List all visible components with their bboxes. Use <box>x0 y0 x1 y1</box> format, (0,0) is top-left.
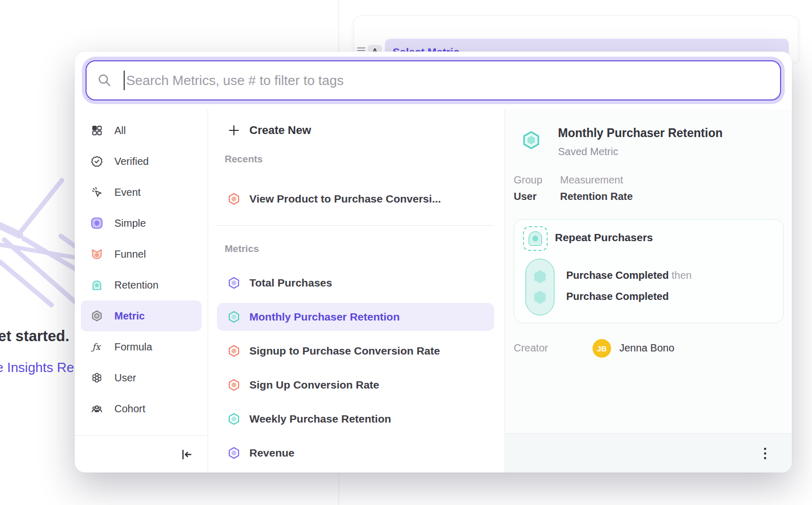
plus-icon <box>227 124 241 137</box>
sidebar-item-all[interactable]: All <box>75 115 208 146</box>
collapse-sidebar-button[interactable] <box>179 447 193 462</box>
kebab-menu-icon <box>759 445 771 462</box>
more-options-button[interactable] <box>759 445 771 462</box>
recents-section-header: Recents <box>225 154 263 166</box>
sidebar-item-simple[interactable]: Simple <box>75 208 208 239</box>
sidebar-item-retention[interactable]: Retention <box>75 270 208 300</box>
funnel-type-icon <box>91 248 103 260</box>
group-label: Group <box>514 174 543 186</box>
search-focus-ring <box>82 57 785 104</box>
app-background: et started. e Insights Re A Select Metri… <box>0 0 812 505</box>
retention-metric-hexagon-icon <box>227 412 241 426</box>
section-divider <box>216 225 494 226</box>
funnel-step: Purchase Completed then <box>566 270 691 283</box>
sidebar-item-formula[interactable]: ƒx Formula <box>75 331 208 362</box>
funnel-metric-hexagon-icon <box>227 344 241 358</box>
metric-selector-dialog: All Verified <box>75 52 792 473</box>
search-bar[interactable] <box>86 60 781 100</box>
sidebar-item-verified[interactable]: Verified <box>75 146 208 177</box>
measurement-label: Measurement <box>560 174 623 186</box>
formula-icon: ƒx <box>91 341 103 353</box>
svg-text:ƒx: ƒx <box>91 342 102 352</box>
sidebar-item-cohort[interactable]: Cohort <box>75 393 208 424</box>
retention-metric-hexagon-icon <box>227 310 241 324</box>
text-caret <box>124 71 125 90</box>
metric-list-item[interactable]: Revenue <box>208 439 494 467</box>
event-cursor-icon <box>91 186 103 198</box>
metric-list-item[interactable]: Signup to Purchase Conversion Rate <box>208 337 494 365</box>
metric-list-column: Create New Recents View Product to Purch… <box>208 109 504 473</box>
measurement-value: Retention Rate <box>560 191 633 203</box>
creator-avatar: JB <box>593 339 611 358</box>
detail-subtitle: Saved Metric <box>558 146 618 158</box>
step-hexagon-icon <box>533 291 547 304</box>
cohort-icon <box>91 402 103 415</box>
metric-definition-card: Repeat Purchasers Purchase Completed the… <box>514 219 784 323</box>
metric-list-item-selected[interactable]: Monthly Purchaser Retention <box>217 303 494 331</box>
background-headline-fragment: et started. <box>0 328 70 345</box>
grid-icon <box>91 124 103 137</box>
simple-metric-hexagon-icon <box>227 446 241 460</box>
metric-detail-hexagon-icon <box>521 130 542 150</box>
funnel-metric-hexagon-icon <box>227 192 241 206</box>
definition-name: Repeat Purchasers <box>555 231 653 244</box>
insights-report-link[interactable]: e Insights Re <box>0 360 74 376</box>
funnel-metric-hexagon-icon <box>227 378 241 392</box>
metrics-section-header: Metrics <box>225 243 259 256</box>
metric-detail-panel: Monthly Purchaser Retention Saved Metric… <box>504 109 792 473</box>
simple-metric-hexagon-icon <box>227 276 241 290</box>
search-icon <box>97 73 112 88</box>
funnel-step: Purchase Completed <box>566 291 669 304</box>
sidebar-footer <box>75 435 208 473</box>
sidebar-item-user[interactable]: User <box>75 362 208 393</box>
group-value: User <box>514 191 536 203</box>
sidebar-item-funnel[interactable]: Funnel <box>75 239 208 270</box>
creator-name: Jenna Bono <box>619 342 674 354</box>
funnel-steps-capsule <box>526 259 554 315</box>
detail-footer <box>505 433 792 473</box>
metric-list-item[interactable]: Sign Up Conversion Rate <box>208 371 494 399</box>
metric-list-item[interactable]: Weekly Purchase Retention <box>208 405 494 433</box>
sidebar-item-event[interactable]: Event <box>75 177 208 208</box>
recent-metric-item[interactable]: View Product to Purchase Conversi... <box>208 185 494 213</box>
retention-definition-icon <box>523 226 548 251</box>
creator-label: Creator <box>514 342 548 354</box>
metric-type-icon <box>91 310 103 322</box>
simple-type-icon <box>91 217 103 229</box>
sidebar-item-metric[interactable]: Metric <box>81 300 201 331</box>
collapse-sidebar-icon <box>179 447 193 462</box>
detail-title: Monthly Purchaser Retention <box>558 126 722 140</box>
create-new-button[interactable]: Create New <box>227 119 311 142</box>
user-type-icon <box>91 372 103 384</box>
step-hexagon-icon <box>533 270 547 283</box>
retention-type-icon <box>91 279 103 291</box>
search-input[interactable] <box>126 73 770 89</box>
type-filter-sidebar: All Verified <box>75 109 208 473</box>
verified-badge-icon <box>91 155 103 167</box>
metric-list-item[interactable]: Total Purchases <box>208 269 494 297</box>
